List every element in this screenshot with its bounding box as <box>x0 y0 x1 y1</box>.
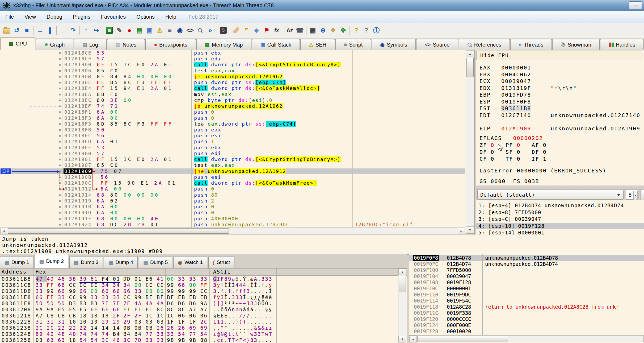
breakpoint-dot[interactable] <box>59 82 61 84</box>
bookmarks-icon[interactable]: ⚑ <box>262 25 272 36</box>
scroll-left-arrow[interactable]: ◄ <box>409 336 417 342</box>
dump-row[interactable]: 00361218A7 CB CB CB18 18 18 2F2F 2F 1C 1… <box>0 313 399 319</box>
breakpoint-dot[interactable] <box>59 194 61 196</box>
stack-row[interactable]: 0019F124000F000E <box>409 322 644 328</box>
tab-references[interactable]: References <box>459 39 510 50</box>
tab-script[interactable]: ≡Script <box>335 39 371 50</box>
tab-graph[interactable]: ♣Graph <box>36 39 73 50</box>
dump-tab-dump-1[interactable]: ▦Dump 1 <box>0 256 33 268</box>
tab-snowman[interactable]: ☃Snowman <box>552 39 600 50</box>
dump-row[interactable]: 0036125803 63 63 1854 54 3C 463C 7D 33 3… <box>0 337 399 343</box>
restart-icon[interactable]: ↺ <box>12 25 22 36</box>
tab-breakpoints[interactable]: ●Breakpoints <box>145 39 196 50</box>
register-row[interactable]: EDI012C7140unknownunpacked.012C7140 <box>476 112 644 119</box>
step-into-icon[interactable]: ↓ <box>58 25 68 36</box>
stack-row[interactable]: 0019F11C0019F338 <box>409 310 644 316</box>
breakpoint-dot[interactable] <box>59 212 61 214</box>
flags-row[interactable]: OF 0 SF 0 DF 0 <box>479 149 547 155</box>
dump-tab-watch-1[interactable]: ◉Watch 1 <box>173 256 207 268</box>
breakpoint-dot[interactable] <box>59 224 61 226</box>
tab-call-stack[interactable]: ▣Call Stack <box>252 39 300 50</box>
disasm-row[interactable]: 012A18EA8B F0mov esi,eax <box>0 92 465 97</box>
stack-row[interactable]: 0019F1140019F54C <box>409 298 644 304</box>
scroll-down-arrow[interactable]: ▼ <box>398 336 406 342</box>
breakpoint-dot[interactable] <box>59 206 61 208</box>
disasm-row[interactable]: 012A191F68 00 00 00 40push 40000000 <box>0 216 465 222</box>
disasm-row[interactable]: 012A18D8v0F 84 84 00 00 00je unknownunpa… <box>0 74 465 80</box>
breakpoint-dot[interactable] <box>59 70 61 72</box>
patches-icon[interactable] <box>231 25 241 36</box>
menu-item-help[interactable]: Help <box>160 11 182 23</box>
disasm-row[interactable]: 012A19126A 00push 0 <box>0 186 465 192</box>
splitter[interactable] <box>476 185 644 189</box>
call-stack-icon[interactable]: ▣ <box>145 25 155 36</box>
disasm-row[interactable]: 012A18FD6A 01push 1 <box>0 139 465 144</box>
disasm-row[interactable]: 012A18CE53push ebx <box>0 50 465 56</box>
log-edit-icon[interactable]: ✎ <box>114 25 124 36</box>
breakpoint-dot[interactable] <box>59 88 61 89</box>
debug-bug-icon[interactable]: ✤ <box>338 25 348 36</box>
dump-tab-dump-2[interactable]: ▦Dump 2 <box>35 254 68 268</box>
disasm-row[interactable]: 012A190785 C0test eax,eax <box>0 162 465 168</box>
tab-notes[interactable]: ▤Notes <box>107 39 145 50</box>
tab-cpu[interactable]: ▦CPU <box>0 37 35 50</box>
tab-source[interactable]: <>Source <box>416 39 458 50</box>
stack-row[interactable]: 0019F10C00000001 <box>409 286 644 292</box>
menu-item-view[interactable]: View <box>19 11 41 23</box>
step-out-icon[interactable]: ↑ <box>81 25 91 36</box>
menu-item-debug[interactable]: Debug <box>41 11 68 23</box>
scroll-thumb[interactable] <box>399 276 406 292</box>
dump-row[interactable]: 003612089A 9A F5 F5F5 6E 6E 6EE1 E1 E1 8… <box>0 307 399 313</box>
disasm-row[interactable]: 012A18FF53push ebx <box>0 145 465 151</box>
arg-count-spinner[interactable]: 5 ▲▼ <box>626 190 638 200</box>
eflags-row[interactable]: EFLAGS 00000202 <box>479 135 543 141</box>
call-arg-row[interactable]: 2: [esp+8] 7FFD5000 <box>476 209 644 216</box>
cpu-icon[interactable]: ▦ <box>104 25 114 36</box>
call-arg-row[interactable]: 4: [esp+10] 0019F128 <box>476 223 644 229</box>
flags-row[interactable]: ZF 0 PF 0 AF 0 <box>479 142 547 148</box>
register-row[interactable]: EAX00000001 <box>476 64 644 71</box>
dump-tab-struct[interactable]: ʃStruct <box>208 256 234 268</box>
dump-row[interactable]: 003612382C 2C 22 2222 14 14 140B 0B 0B 2… <box>0 325 399 331</box>
stack-row[interactable]: 0019F0FC012B4D74unknownunpacked.012B4D74 <box>409 261 644 267</box>
stack-row[interactable]: 0019F10400039047 <box>409 273 644 279</box>
shortcut-help-icon[interactable]: ? <box>361 25 371 36</box>
tab-seh[interactable]: ⚠SEH <box>300 39 335 50</box>
scroll-right-arrow[interactable]: ► <box>458 228 465 234</box>
stack-row[interactable]: 0019F1100019F9DC <box>409 292 644 298</box>
labels-icon[interactable]: ⬥ <box>251 25 262 36</box>
hide-fpu-button[interactable]: Hide FPU <box>476 51 643 60</box>
disasm-row[interactable]: 012A191B6A 00push 0 <box>0 204 465 210</box>
help-contents-icon[interactable]: ? <box>351 25 361 36</box>
comments-icon[interactable]: ❞ <box>241 25 251 36</box>
register-row[interactable]: EBX0004C062 <box>476 71 644 78</box>
dump-vscrollbar[interactable]: ▲ ▼ <box>398 268 406 342</box>
scroll-up-arrow[interactable]: ▲ <box>398 269 406 275</box>
symbols-icon[interactable]: ◉ <box>175 25 185 36</box>
pause-icon[interactable]: ∥ <box>45 25 55 36</box>
tab-threads[interactable]: »Threads <box>510 39 552 50</box>
disasm-row[interactable]: 012A18FB50push eax <box>0 127 465 133</box>
dump-row[interactable]: 0036122831 31 31 1010 10 29 2929 03 03 0… <box>0 319 399 325</box>
disassembly-hscrollbar[interactable]: ◄ ► <box>0 228 465 234</box>
breakpoint-dot[interactable] <box>59 153 61 155</box>
breakpoint-dot[interactable] <box>59 117 61 119</box>
stack-row[interactable]: 0019F1007FFD5000 <box>409 267 644 273</box>
disasm-row[interactable]: 012A18DEFF B5 8C F3 FF FFpush dword ptr … <box>0 80 465 85</box>
register-row[interactable]: ESI003611B8 <box>476 105 644 112</box>
breakpoint-dot[interactable] <box>59 111 61 113</box>
breakpoint-dot[interactable] <box>59 52 61 54</box>
breakpoint-dot[interactable] <box>59 141 61 143</box>
dump-tab-dump-3[interactable]: ▦Dump 3 <box>69 256 103 268</box>
call-arg-row[interactable]: 5: [esp+14] 00000001 <box>476 229 644 236</box>
step-over-icon[interactable]: ↷ <box>68 25 78 36</box>
menu-item-favourites[interactable]: Favourites <box>96 11 131 23</box>
globe-icon[interactable]: ⊕ <box>318 25 328 36</box>
scroll-thumb[interactable] <box>466 58 474 77</box>
disasm-row[interactable]: 012A18F16A 00push 0 <box>0 109 465 115</box>
seh-icon[interactable]: ⚠ <box>155 25 165 36</box>
breakpoint-dot[interactable] <box>59 159 61 160</box>
menu-item-options[interactable]: Options <box>131 11 160 23</box>
call-arg-row[interactable]: 1: [esp+4] 012B4D74 unknownunpacked.012B… <box>476 202 644 209</box>
register-row[interactable]: ECX00039047 <box>476 78 644 85</box>
